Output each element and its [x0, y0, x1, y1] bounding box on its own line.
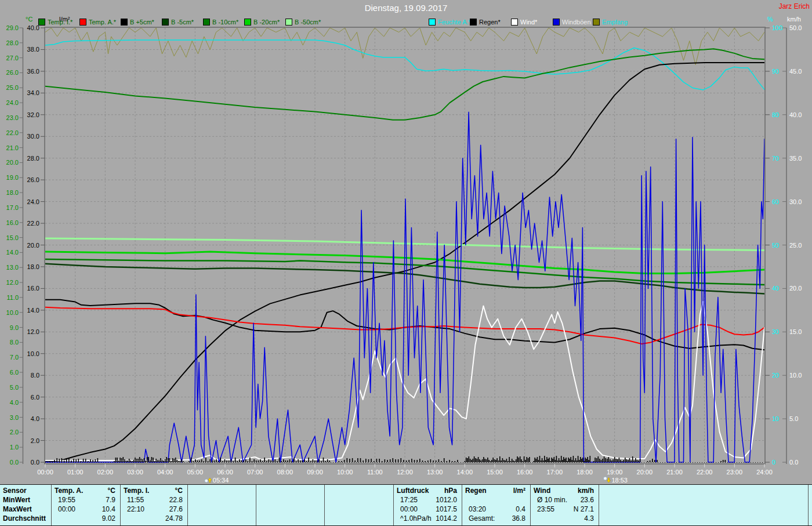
- table-header-unit-l-m: l/m²: [462, 487, 525, 495]
- svg-text:19.0: 19.0: [6, 174, 19, 181]
- svg-text:08:00: 08:00: [277, 469, 293, 476]
- svg-text:9.0: 9.0: [10, 324, 19, 331]
- svg-text:28.0: 28.0: [6, 39, 19, 46]
- svg-text:18.0: 18.0: [6, 189, 19, 196]
- svg-text:09:00: 09:00: [307, 469, 323, 476]
- svg-text:17.0: 17.0: [6, 204, 19, 211]
- svg-text:0: 0: [772, 459, 775, 466]
- svg-text:30.0: 30.0: [789, 198, 802, 205]
- table-value: 27.6: [120, 505, 183, 514]
- sunrise-marker: 05:34: [205, 477, 229, 484]
- table-header-unit-km-h: km/h: [530, 487, 594, 495]
- svg-text:70: 70: [772, 155, 779, 162]
- table-value: 1017.5: [393, 505, 457, 514]
- svg-text:13:00: 13:00: [427, 469, 443, 476]
- svg-text:24.0: 24.0: [6, 99, 19, 106]
- table-row-label-minwert: MinWert: [3, 496, 48, 505]
- svg-text:02:00: 02:00: [97, 469, 114, 476]
- svg-text:22.0: 22.0: [6, 129, 19, 136]
- svg-text:100: 100: [772, 24, 782, 31]
- table-value: 22.8: [120, 496, 183, 505]
- svg-text:11:00: 11:00: [367, 469, 383, 476]
- sun-up-icon: [205, 478, 212, 483]
- svg-text:20: 20: [772, 372, 779, 379]
- svg-text:14.0: 14.0: [6, 249, 19, 256]
- svg-text:50: 50: [772, 242, 779, 249]
- svg-text:4.0: 4.0: [31, 415, 39, 422]
- svg-text:03:00: 03:00: [127, 469, 143, 476]
- table-divider: [324, 485, 325, 525]
- svg-text:07:00: 07:00: [247, 469, 263, 476]
- svg-text:12.0: 12.0: [6, 279, 19, 286]
- svg-text:20.0: 20.0: [6, 159, 19, 166]
- svg-text:8.0: 8.0: [31, 372, 39, 379]
- svg-text:16.0: 16.0: [6, 219, 19, 226]
- svg-text:29.0: 29.0: [6, 24, 19, 31]
- table-divider: [187, 485, 188, 525]
- sunset-marker: 18:53: [603, 477, 628, 484]
- svg-text:10.0: 10.0: [6, 309, 19, 316]
- svg-text:04:00: 04:00: [157, 469, 173, 476]
- svg-text:3.0: 3.0: [10, 414, 19, 421]
- svg-text:27.0: 27.0: [6, 55, 19, 61]
- svg-text:2.0: 2.0: [10, 429, 19, 436]
- table-value: 23.6: [530, 496, 594, 505]
- svg-text:16.0: 16.0: [27, 285, 39, 292]
- svg-text:24.0: 24.0: [27, 198, 39, 205]
- svg-text:00:00: 00:00: [37, 469, 53, 476]
- svg-text:12.0: 12.0: [27, 328, 39, 335]
- table-value: 1012.0: [393, 496, 457, 505]
- table-value: 10.4: [51, 505, 115, 514]
- svg-text:25.0: 25.0: [789, 242, 802, 249]
- svg-text:26.0: 26.0: [6, 69, 19, 76]
- svg-text:35.0: 35.0: [789, 155, 802, 162]
- table-header-unit-c: °C: [51, 487, 115, 495]
- weather-chart-page: Dienstag, 19.09.2017 Jarz Erich °C l/m² …: [0, 0, 812, 526]
- svg-text:1.0: 1.0: [10, 444, 19, 451]
- sun-down-icon: [603, 477, 610, 483]
- svg-text:22:00: 22:00: [697, 469, 713, 476]
- svg-text:19:00: 19:00: [607, 469, 623, 476]
- svg-text:20:00: 20:00: [637, 469, 653, 476]
- table-divider: [599, 485, 599, 525]
- series-feuchte-a: [45, 40, 764, 90]
- svg-text:23:00: 23:00: [727, 469, 743, 476]
- svg-text:15.0: 15.0: [6, 234, 19, 241]
- summary-table: SensorMinWertMaxWertDurchschnittTemp. A.…: [0, 484, 812, 526]
- svg-text:21:00: 21:00: [666, 469, 683, 476]
- svg-text:40.0: 40.0: [27, 24, 39, 31]
- table-value: 4.3: [530, 514, 594, 523]
- svg-text:7.0: 7.0: [10, 354, 19, 361]
- svg-text:28.0: 28.0: [27, 155, 39, 162]
- svg-text:6.0: 6.0: [31, 394, 39, 401]
- table-value: 1014.2: [393, 514, 457, 523]
- table-value: 0.4: [462, 505, 525, 514]
- svg-text:18:00: 18:00: [577, 469, 593, 476]
- table-row-label-sensor: Sensor: [3, 487, 48, 495]
- svg-text:0.0: 0.0: [10, 459, 19, 466]
- svg-text:10:00: 10:00: [337, 469, 353, 476]
- table-value: 36.8: [462, 514, 525, 523]
- table-header-unit-c: °C: [120, 487, 183, 495]
- svg-text:5.0: 5.0: [10, 384, 19, 391]
- svg-text:17:00: 17:00: [547, 469, 563, 476]
- svg-text:26.0: 26.0: [27, 176, 39, 183]
- svg-text:50.0: 50.0: [789, 24, 802, 31]
- svg-text:6.0: 6.0: [10, 369, 19, 376]
- svg-text:12:00: 12:00: [397, 469, 413, 476]
- svg-text:23.0: 23.0: [6, 114, 19, 121]
- x-axis: 00:0001:0002:0003:0004:0005:0006:0007:00…: [37, 464, 773, 476]
- svg-text:05:00: 05:00: [187, 469, 204, 476]
- svg-text:4.0: 4.0: [10, 399, 19, 406]
- table-value: 9.02: [51, 514, 115, 523]
- svg-text:0.0: 0.0: [789, 459, 798, 466]
- sunrise-time: 05:34: [213, 477, 229, 484]
- table-row-label-durchschnitt: Durchschnitt: [3, 514, 48, 523]
- table-header-unit-hpa: hPa: [393, 487, 457, 495]
- svg-text:10: 10: [772, 415, 779, 422]
- sunset-time: 18:53: [611, 477, 628, 484]
- svg-text:18.0: 18.0: [27, 263, 39, 270]
- svg-text:80: 80: [772, 111, 779, 118]
- svg-text:06:00: 06:00: [217, 469, 233, 476]
- table-divider: [808, 485, 809, 525]
